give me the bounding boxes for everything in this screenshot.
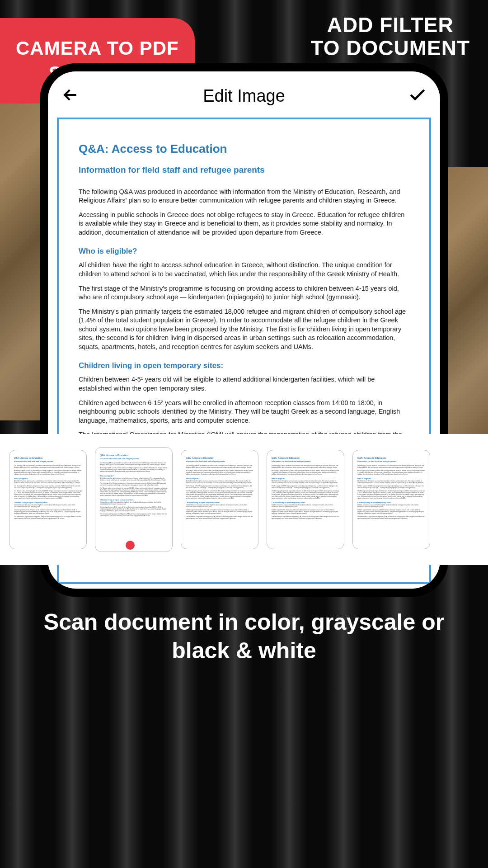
doc-heading-3: Who is eligible?	[79, 246, 409, 257]
doc-paragraph: All children have the right to access sc…	[79, 261, 409, 278]
background-wood-right	[443, 167, 488, 439]
promo-line: ADD FILTER	[310, 14, 470, 37]
doc-paragraph: Children between 4-5¹ years old will be …	[79, 375, 409, 393]
filter-thumbnail[interactable]: Q&A: Access to Education Information for…	[9, 450, 87, 549]
doc-paragraph: Accessing in public schools in Greece do…	[79, 211, 409, 237]
doc-paragraph: Children aged between 6-15² years will b…	[79, 399, 409, 425]
doc-heading-2: Information for field staff and refugee …	[79, 164, 409, 176]
page-title: Edit Image	[203, 86, 285, 106]
doc-heading-3: Children living in open temporary sites:	[79, 361, 409, 371]
caption-line: black & white	[27, 637, 461, 665]
caption-line: Scan document in color, grayscale or	[27, 608, 461, 637]
promo-badge-white: ADD FILTER TO DOCUMENT	[310, 14, 470, 59]
filter-thumbnail-selected[interactable]: Q&A: Access to Education Information for…	[95, 447, 173, 552]
confirm-icon[interactable]	[408, 85, 427, 107]
promo-line: CAMERA TO PDF	[16, 36, 179, 61]
filter-thumbnail[interactable]: Q&A: Access to Education Information for…	[267, 450, 344, 549]
filter-thumbnail[interactable]: Q&A: Access to Education Information for…	[352, 450, 430, 549]
doc-paragraph: The following Q&A was produced in accord…	[79, 188, 409, 205]
bottom-caption: Scan document in color, grayscale or bla…	[0, 608, 488, 665]
back-icon[interactable]	[61, 85, 80, 107]
doc-paragraph: The Ministry's plan primarily targets th…	[79, 307, 409, 352]
topbar: Edit Image	[48, 71, 440, 113]
doc-paragraph: The first stage of the Ministry's progra…	[79, 284, 409, 302]
filter-thumbnail[interactable]: Q&A: Access to Education Information for…	[181, 450, 258, 549]
filter-thumbnail-strip: Q&A: Access to Education Information for…	[0, 434, 488, 565]
doc-heading-1: Q&A: Access to Education	[79, 141, 409, 157]
selection-dot-icon	[126, 541, 135, 550]
promo-line: TO DOCUMENT	[310, 37, 470, 60]
